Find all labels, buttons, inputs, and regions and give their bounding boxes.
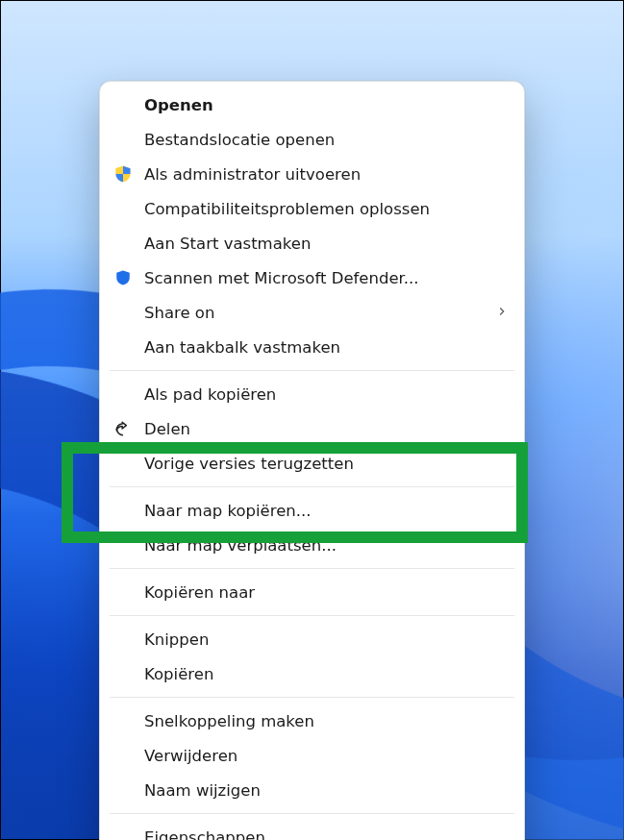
- menu-item-rename[interactable]: Naam wijzigen: [100, 773, 524, 807]
- menu-item-defender-scan[interactable]: Scannen met Microsoft Defender...: [100, 260, 524, 295]
- menu-item-properties[interactable]: Eigenschappen: [100, 820, 524, 840]
- menu-label: Aan taakbalk vastmaken: [144, 338, 340, 357]
- menu-label: Naam wijzigen: [144, 781, 261, 800]
- menu-item-troubleshoot-compat[interactable]: Compatibiliteitsproblemen oplossen: [100, 191, 524, 226]
- menu-item-create-shortcut[interactable]: Snelkoppeling maken: [100, 704, 524, 738]
- menu-item-run-as-admin[interactable]: Als administrator uitvoeren: [100, 157, 524, 191]
- menu-item-open[interactable]: Openen: [100, 87, 524, 122]
- menu-item-copy-to[interactable]: Kopiëren naar: [100, 575, 524, 609]
- menu-separator: [110, 486, 514, 487]
- menu-item-share[interactable]: Delen: [100, 411, 524, 446]
- menu-label: Share on: [144, 304, 214, 322]
- menu-separator: [110, 370, 514, 371]
- menu-item-move-to-folder[interactable]: Naar map verplaatsen...: [100, 528, 524, 562]
- menu-item-delete[interactable]: Verwijderen: [100, 738, 524, 773]
- menu-label: Delen: [144, 420, 190, 438]
- menu-label: Aan Start vastmaken: [144, 235, 311, 253]
- menu-label: Eigenschappen: [144, 828, 265, 841]
- chevron-right-icon: [495, 304, 509, 322]
- menu-label: Als administrator uitvoeren: [144, 165, 361, 184]
- menu-label: Naar map verplaatsen...: [144, 536, 337, 555]
- menu-item-pin-taskbar[interactable]: Aan taakbalk vastmaken: [100, 330, 524, 364]
- menu-item-copy[interactable]: Kopiëren: [100, 656, 524, 691]
- menu-item-pin-start[interactable]: Aan Start vastmaken: [100, 226, 524, 260]
- menu-item-open-file-location[interactable]: Bestandslocatie openen: [100, 122, 524, 157]
- menu-item-share-on[interactable]: Share on: [100, 295, 524, 330]
- menu-item-copy-to-folder[interactable]: Naar map kopiëren...: [100, 493, 524, 528]
- uac-shield-icon: [113, 164, 133, 184]
- context-menu: Openen Bestandslocatie openen Als admini…: [99, 81, 525, 840]
- menu-label: Knippen: [144, 630, 209, 649]
- menu-separator: [110, 813, 514, 814]
- menu-label: Kopiëren: [144, 665, 213, 683]
- menu-label: Naar map kopiëren...: [144, 502, 312, 520]
- share-icon: [113, 419, 133, 438]
- menu-label: Compatibiliteitsproblemen oplossen: [144, 200, 430, 218]
- menu-label: Als pad kopiëren: [144, 385, 276, 404]
- menu-separator: [110, 568, 514, 569]
- menu-label: Scannen met Microsoft Defender...: [144, 269, 419, 287]
- menu-item-restore-versions[interactable]: Vorige versies terugzetten: [100, 446, 524, 481]
- menu-separator: [110, 615, 514, 616]
- menu-item-copy-as-path[interactable]: Als pad kopiëren: [100, 377, 524, 411]
- menu-item-cut[interactable]: Knippen: [100, 622, 524, 656]
- menu-label: Verwijderen: [144, 747, 237, 765]
- menu-label: Openen: [144, 96, 213, 114]
- menu-label: Bestandslocatie openen: [144, 131, 335, 149]
- defender-shield-icon: [113, 268, 133, 287]
- menu-label: Vorige versies terugzetten: [144, 455, 354, 473]
- menu-label: Snelkoppeling maken: [144, 712, 314, 730]
- menu-label: Kopiëren naar: [144, 583, 255, 602]
- menu-separator: [110, 697, 514, 698]
- desktop-background: Openen Bestandslocatie openen Als admini…: [0, 0, 624, 840]
